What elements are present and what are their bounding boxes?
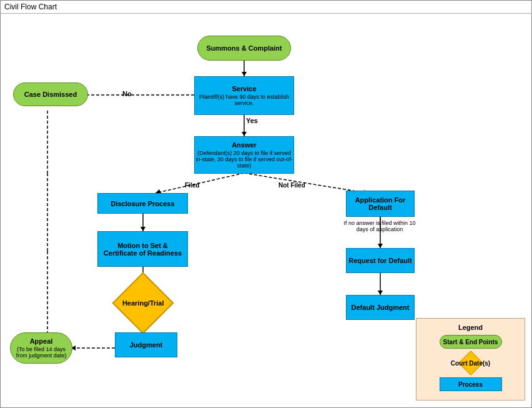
not-filed-label: Not Filed bbox=[278, 182, 305, 189]
appeal-node: Appeal (To be filed 14 days from judgmen… bbox=[10, 332, 72, 364]
disclosure-node: Disclosure Process bbox=[97, 193, 188, 214]
judgment-node: Judgment bbox=[115, 332, 177, 357]
legend-start-end: Start & End Points bbox=[440, 335, 502, 349]
legend: Legend Start & End Points Court Date(s) … bbox=[416, 318, 525, 401]
default-judgment-node: Default Judgment bbox=[346, 295, 415, 320]
case-dismissed-node: Case Dismissed bbox=[13, 82, 88, 106]
flowchart: Summons & Complaint Service Plaintiff(s)… bbox=[1, 14, 531, 407]
yes-label: Yes bbox=[246, 117, 258, 124]
svg-line-6 bbox=[155, 173, 244, 193]
svg-marker-11 bbox=[140, 227, 145, 231]
legend-court-row: Court Date(s) bbox=[424, 352, 517, 374]
no-label: No bbox=[122, 90, 132, 97]
app-note: If no answer is filed within 10 days of … bbox=[343, 220, 416, 232]
chart-title: Civil Flow Chart bbox=[1, 1, 531, 14]
app-default-node: Application For Default bbox=[346, 191, 415, 217]
hearing-node: Hearing/Trial bbox=[112, 272, 174, 334]
legend-process-row: Process bbox=[424, 377, 517, 391]
chart-container: Civil Flow Chart bbox=[0, 0, 532, 408]
summons-node: Summons & Complaint bbox=[197, 36, 291, 61]
legend-court-label: Court Date(s) bbox=[451, 360, 490, 367]
legend-start-row: Start & End Points bbox=[424, 335, 517, 349]
legend-court-container: Court Date(s) bbox=[443, 352, 499, 374]
svg-marker-5 bbox=[242, 132, 247, 136]
request-default-node: Request for Default bbox=[346, 248, 415, 273]
legend-title: Legend bbox=[424, 324, 517, 331]
motion-node: Motion to Set & Certificate of Readiness bbox=[97, 231, 188, 267]
service-node: Service Plaintiff(s) have 90 days to est… bbox=[194, 76, 294, 115]
svg-marker-25 bbox=[378, 291, 383, 295]
answer-node: Answer (Defendant(s) 20 days to file if … bbox=[194, 136, 294, 174]
legend-process: Process bbox=[440, 377, 502, 391]
svg-marker-1 bbox=[242, 72, 247, 76]
svg-marker-22 bbox=[378, 244, 383, 248]
filed-label: Filed bbox=[185, 182, 199, 189]
